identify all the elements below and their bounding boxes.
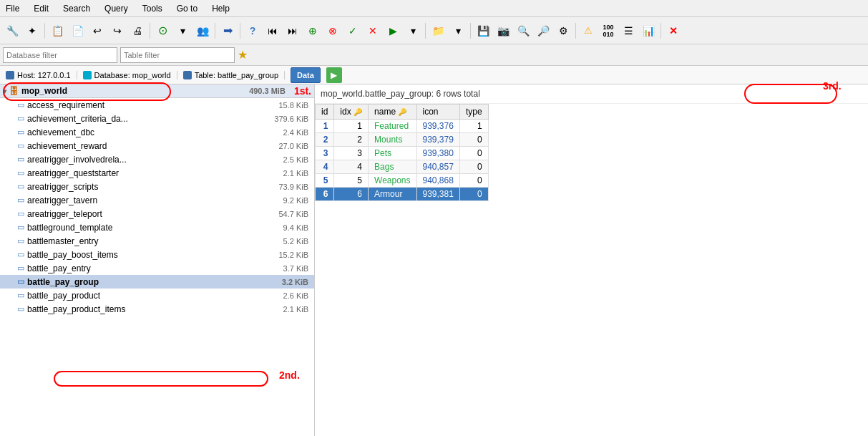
col-id: id xyxy=(316,105,334,120)
toolbar-btn-dropdown3[interactable]: ▾ xyxy=(449,21,467,40)
toolbar-btn-zoom[interactable]: 🔍 xyxy=(514,21,532,40)
tree-item-size: 27.0 KiB xyxy=(278,142,311,150)
data-button[interactable]: Data xyxy=(291,67,321,83)
toolbar-btn-1[interactable]: 🔧 xyxy=(3,21,21,40)
toolbar-btn-undo[interactable]: ↩ xyxy=(88,21,107,40)
tree-item-areatrigger_scripts[interactable]: ▭ areatrigger_scripts 73.9 KiB xyxy=(0,180,314,193)
cell-type: 0 xyxy=(459,160,488,174)
toolbar-btn-help[interactable]: ? xyxy=(243,21,262,40)
play-button[interactable]: ▶ xyxy=(326,67,342,83)
cell-name: Pets xyxy=(369,147,416,160)
toolbar-btn-users[interactable]: 👥 xyxy=(193,21,212,40)
cell-name: Armour xyxy=(369,188,416,201)
tree-item-access_requirement[interactable]: ▭ access_requirement 15.8 KiB xyxy=(0,98,314,112)
table-row[interactable]: 2 2 Mounts 939,379 0 xyxy=(316,133,489,147)
toolbar-btn-tool[interactable]: ⚙ xyxy=(554,21,572,40)
toolbar-btn-chart[interactable]: 📊 xyxy=(639,21,658,40)
data-panel: mop_world.battle_pay_group: 6 rows total… xyxy=(315,84,868,436)
menu-tools[interactable]: Tools xyxy=(140,2,165,15)
toolbar-btn-skip-prev[interactable]: ⏮ xyxy=(263,21,282,40)
tree-item-battle_pay_group[interactable]: ▭ battle_pay_group 3.2 KiB xyxy=(0,275,314,289)
toolbar-btn-arrow[interactable]: ➡ xyxy=(218,21,237,40)
toolbar-btn-paste[interactable]: 📄 xyxy=(68,21,87,40)
cell-name: Featured xyxy=(369,120,416,133)
toolbar-btn-code[interactable]: 100010 xyxy=(599,21,618,40)
tree-item-battleground_template[interactable]: ▭ battleground_template 9.4 KiB xyxy=(0,221,314,234)
toolbar-btn-screenshot[interactable]: 📷 xyxy=(494,21,512,40)
cell-icon: 939,376 xyxy=(416,120,459,133)
table-row[interactable]: 6 6 Armour 939,381 0 xyxy=(316,188,489,201)
tree-item-label: areatrigger_queststarter xyxy=(27,168,119,178)
tree-item-achievement_criteria_da...[interactable]: ▭ achievement_criteria_da... 379.6 KiB xyxy=(0,112,314,125)
cell-idx: 3 xyxy=(334,147,369,160)
table-row[interactable]: 1 1 Featured 939,376 1 xyxy=(316,120,489,133)
menu-edit[interactable]: Edit xyxy=(31,2,52,15)
toolbar-btn-dropdown[interactable]: ▾ xyxy=(173,21,192,40)
database-filter-input[interactable] xyxy=(3,47,117,63)
tree-item-battlemaster_entry[interactable]: ▭ battlemaster_entry 5.2 KiB xyxy=(0,234,314,248)
menu-goto[interactable]: Go to xyxy=(174,2,200,15)
cell-icon: 939,381 xyxy=(416,188,459,201)
toolbar-btn-dropdown2[interactable]: ▾ xyxy=(404,21,422,40)
tree-item-battle_pay_product_items[interactable]: ▭ battle_pay_product_items 2.1 KiB xyxy=(0,302,314,316)
tree-item-label: access_requirement xyxy=(27,100,104,110)
toolbar-btn-redo[interactable]: ↪ xyxy=(108,21,127,40)
tree-item-size: 9.2 KiB xyxy=(283,196,311,205)
toolbar-btn-list[interactable]: ☰ xyxy=(619,21,638,40)
table-row[interactable]: 5 5 Weapons 940,868 0 xyxy=(316,174,489,188)
cell-icon: 940,857 xyxy=(416,160,459,174)
tree-item-battle_pay_entry[interactable]: ▭ battle_pay_entry 3.7 KiB xyxy=(0,261,314,275)
database-status: Database: mop_world xyxy=(83,71,177,79)
tree-item-label: areatrigger_scripts xyxy=(27,182,98,192)
tree-item-areatrigger_tavern[interactable]: ▭ areatrigger_tavern 9.2 KiB xyxy=(0,193,314,207)
toolbar-btn-close[interactable]: ✕ xyxy=(664,21,683,40)
cell-type: 0 xyxy=(459,147,488,160)
toolbar-btn-copy[interactable]: 📋 xyxy=(48,21,67,40)
tree-item-areatrigger_involvedrela...[interactable]: ▭ areatrigger_involvedrela... 2.5 KiB xyxy=(0,152,314,166)
menu-file[interactable]: File xyxy=(3,2,22,15)
cell-idx: 5 xyxy=(334,174,369,188)
tree-item-size: 2.4 KiB xyxy=(283,128,311,137)
tree-item-areatrigger_queststarter[interactable]: ▭ areatrigger_queststarter 2.1 KiB xyxy=(0,166,314,180)
cell-id: 6 xyxy=(316,188,334,201)
toolbar-btn-warning[interactable]: ⚠ xyxy=(579,21,598,40)
menu-query[interactable]: Query xyxy=(102,2,131,15)
tree-item-achievement_reward[interactable]: ▭ achievement_reward 27.0 KiB xyxy=(0,139,314,152)
tree-item-areatrigger_teleport[interactable]: ▭ areatrigger_teleport 54.7 KiB xyxy=(0,207,314,221)
annotation-1st: 1st. xyxy=(294,85,311,97)
toolbar-btn-play[interactable]: ▶ xyxy=(384,21,402,40)
toolbar-btn-zoom2[interactable]: 🔎 xyxy=(534,21,552,40)
col-type: type xyxy=(459,105,488,120)
table-icon: ▭ xyxy=(17,114,24,123)
table-icon: ▭ xyxy=(17,182,24,191)
toolbar-sep-8 xyxy=(660,23,661,39)
tree-item-label: achievement_dbc xyxy=(27,127,94,137)
toolbar-btn-folder[interactable]: 📁 xyxy=(429,21,447,40)
tree-item-label: areatrigger_tavern xyxy=(27,195,97,205)
menu-help[interactable]: Help xyxy=(209,2,233,15)
table-row[interactable]: 3 3 Pets 939,380 0 xyxy=(316,147,489,160)
tree-item-battle_pay_product[interactable]: ▭ battle_pay_product 2.6 KiB xyxy=(0,289,314,302)
tree-item-achievement_dbc[interactable]: ▭ achievement_dbc 2.4 KiB xyxy=(0,125,314,139)
app-window: File Edit Search Query Tools Go to Help … xyxy=(0,0,868,436)
tree-root-db[interactable]: ▾ 🗄 mop_world 490.3 MiB 1st. xyxy=(0,84,314,98)
table-row[interactable]: 4 4 Bags 940,857 0 xyxy=(316,160,489,174)
table-icon: ▭ xyxy=(17,223,24,232)
tree-item-battle_pay_boost_items[interactable]: ▭ battle_pay_boost_items 15.2 KiB xyxy=(0,248,314,261)
cell-idx: 4 xyxy=(334,160,369,174)
toolbar-btn-green[interactable]: ⊙ xyxy=(153,21,172,40)
toolbar-btn-save[interactable]: 💾 xyxy=(474,21,492,40)
toolbar-btn-add[interactable]: ⊕ xyxy=(303,21,322,40)
toolbar-btn-print[interactable]: 🖨 xyxy=(128,21,147,40)
toolbar-btn-x[interactable]: ✕ xyxy=(364,21,382,40)
toolbar-btn-prev[interactable]: ⏭ xyxy=(283,21,302,40)
table-filter-input[interactable] xyxy=(120,47,235,63)
menu-search[interactable]: Search xyxy=(60,2,93,15)
favorites-star[interactable]: ★ xyxy=(238,48,248,62)
toolbar-btn-remove[interactable]: ⊗ xyxy=(323,21,342,40)
tree-item-size: 3.7 KiB xyxy=(283,264,311,273)
cell-type: 0 xyxy=(459,174,488,188)
toolbar-btn-2[interactable]: ✦ xyxy=(23,21,42,40)
toolbar-btn-check[interactable]: ✓ xyxy=(343,21,362,40)
tree-item-label: battle_pay_product xyxy=(27,291,100,301)
